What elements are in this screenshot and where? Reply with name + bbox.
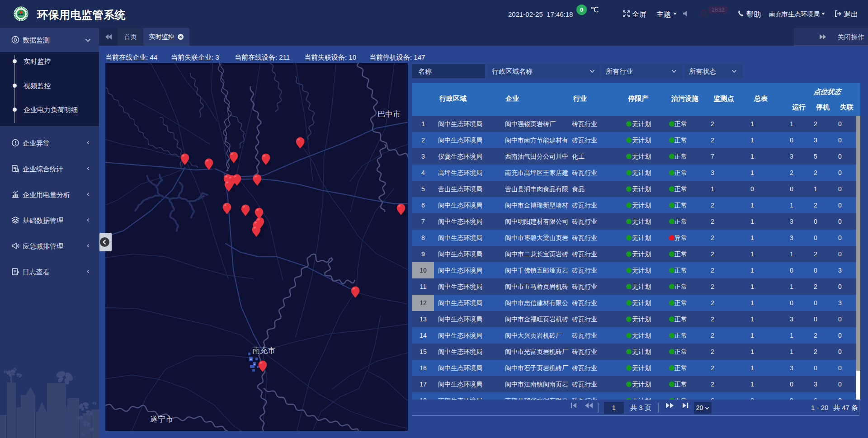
svg-text:遂宁市: 遂宁市 (150, 415, 173, 424)
svg-text:南充市: 南充市 (252, 346, 275, 355)
svg-text:巴中市: 巴中市 (377, 110, 401, 118)
